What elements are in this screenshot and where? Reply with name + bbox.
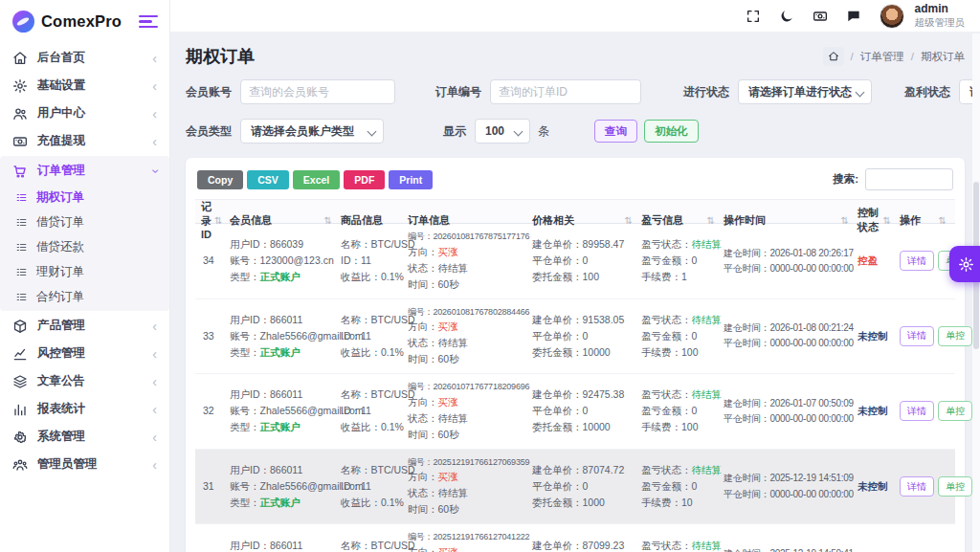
profit-info: 盈亏状态：待结算盈亏金额：0手续费：100	[641, 386, 724, 435]
chevron-icon: ‹	[152, 458, 157, 472]
sidebar-item-报表统计[interactable]: 报表统计‹	[0, 395, 169, 423]
member-info: 用户ID：866011账号：Zhale5566@gmail.com类型：正式账户	[230, 538, 341, 552]
member-info: 用户ID：866011账号：Zhale5566@gmail.com类型：正式账户	[230, 386, 341, 435]
topbar: admin 超级管理员	[170, 0, 980, 33]
user-block[interactable]: admin 超级管理员	[915, 2, 966, 29]
column-header-订单信息[interactable]: 订单信息	[408, 213, 532, 228]
logo-icon	[12, 11, 34, 33]
detail-button[interactable]: 详情	[900, 476, 934, 497]
breadcrumb-home-icon[interactable]	[823, 47, 844, 66]
sidebar-item-文章公告[interactable]: 文章公告‹	[0, 367, 169, 395]
sidebar-item-用户中心[interactable]: 用户中心‹	[0, 99, 169, 127]
sidebar-subitem-理财订单[interactable]: 理财订单	[0, 259, 169, 284]
table-toolbar: Copy CSV Excel PDF Print 搜索:	[195, 165, 955, 199]
progress-status-select[interactable]: 请选择订单进行状态	[738, 79, 872, 104]
column-header-商品信息[interactable]: 商品信息	[341, 213, 408, 228]
column-header-操作[interactable]: 操作⇅	[900, 213, 955, 228]
table-card: Copy CSV Excel PDF Print 搜索: 记录ID⇅会员信息⇅商…	[186, 158, 965, 552]
copy-button[interactable]: Copy	[197, 170, 243, 189]
list-icon	[15, 216, 28, 229]
order-info: 编号：202512191766127041222方向：买涨状态：待结算时间：60…	[408, 530, 532, 552]
csv-button[interactable]: CSV	[247, 170, 289, 189]
sidebar-toggle-icon[interactable]	[139, 15, 158, 29]
table-search-input[interactable]	[865, 168, 953, 190]
breadcrumb-option-orders[interactable]: 期权订单	[921, 50, 965, 64]
risk-icon	[12, 346, 28, 362]
sidebar-subitem-借贷订单[interactable]: 借贷订单	[0, 210, 169, 234]
sidebar: ComexPro 后台首页‹基础设置‹用户中心‹充值提现‹订单管理‹期权订单借贷…	[0, 0, 170, 552]
sort-icon: ⇅	[939, 215, 947, 226]
money-icon[interactable]	[813, 9, 828, 24]
print-button[interactable]: Print	[389, 170, 433, 189]
app-window: ComexPro 后台首页‹基础设置‹用户中心‹充值提现‹订单管理‹期权订单借贷…	[0, 0, 980, 552]
fullscreen-icon[interactable]	[746, 9, 761, 24]
admins-icon	[12, 457, 28, 473]
excel-button[interactable]: Excel	[293, 170, 340, 189]
username: admin	[915, 2, 966, 16]
control-status: 未控制	[858, 403, 900, 419]
record-id: 31	[195, 478, 230, 495]
sidebar-item-管理员管理[interactable]: 管理员管理‹	[0, 451, 169, 478]
column-header-控制状态[interactable]: 控制状态⇅	[858, 206, 900, 234]
time-info: 建仓时间：2026-01-08 20:26:17平仓时间：0000-00-00 …	[724, 246, 858, 276]
detail-button[interactable]: 详情	[900, 251, 934, 271]
column-header-价格相关[interactable]: 价格相关⇅	[532, 213, 641, 228]
member-account-input[interactable]	[240, 79, 395, 104]
order-id-label: 订单编号	[435, 84, 481, 100]
reports-icon	[12, 402, 28, 417]
sidebar-item-订单管理[interactable]: 订单管理‹	[0, 157, 169, 185]
sort-icon: ⇅	[625, 215, 633, 226]
sidebar-subitem-期权订单[interactable]: 期权订单	[0, 185, 169, 210]
detail-button[interactable]: 详情	[900, 326, 934, 346]
sidebar-subitem-合约订单[interactable]: 合约订单	[0, 284, 169, 309]
table-row: 33用户ID：866011账号：Zhale5566@gmail.com类型：正式…	[195, 299, 955, 375]
price-info: 建仓单价：87099.23平仓单价：0委托金额：1000	[532, 538, 641, 552]
query-button[interactable]: 查询	[594, 120, 637, 143]
table-row: 32用户ID：866011账号：Zhale5566@gmail.com类型：正式…	[195, 374, 955, 450]
row-actions: 详情单控	[900, 326, 955, 346]
detail-button[interactable]: 详情	[900, 401, 934, 421]
page-size-select[interactable]: 100	[475, 119, 530, 144]
message-icon[interactable]	[846, 9, 861, 24]
chevron-icon: ‹	[148, 168, 162, 173]
member-type-select[interactable]: 请选择会员账户类型	[240, 119, 384, 144]
sidebar-item-风控管理[interactable]: 风控管理‹	[0, 340, 169, 367]
reset-button[interactable]: 初始化	[644, 120, 699, 143]
profit-info: 盈亏状态：待结算盈亏金额：0手续费：10	[641, 538, 724, 552]
content: 期权订单 / 订单管理 / 期权订单 会员账号 订单编号 进行状态 请选择订	[170, 33, 980, 552]
settings-fab[interactable]	[949, 246, 980, 282]
breadcrumb-order-management[interactable]: 订单管理	[860, 50, 904, 64]
sort-icon: ⇅	[324, 215, 332, 226]
sidebar-item-基础设置[interactable]: 基础设置‹	[0, 72, 169, 99]
row-actions: 详情单控	[900, 476, 955, 497]
column-header-记录ID[interactable]: 记录ID⇅	[195, 200, 230, 240]
table-search-label: 搜索:	[833, 172, 858, 187]
price-info: 建仓单价：92475.38平仓单价：0委托金额：10000	[532, 386, 641, 435]
sidebar-item-产品管理[interactable]: 产品管理‹	[0, 312, 169, 340]
avatar[interactable]	[880, 4, 904, 29]
scrollbar[interactable]	[972, 33, 980, 552]
column-header-盈亏信息[interactable]: 盈亏信息⇅	[641, 213, 724, 228]
sidebar-item-后台首页[interactable]: 后台首页‹	[0, 44, 169, 72]
order-info: 编号：202601081767875177176方向：买涨状态：待结算时间：60…	[408, 230, 532, 293]
sidebar-item-充值提现[interactable]: 充值提现‹	[0, 127, 169, 155]
dark-mode-icon[interactable]	[779, 9, 794, 24]
single-control-button[interactable]: 单控	[938, 476, 972, 497]
profit-status-label: 盈利状态	[904, 84, 950, 100]
time-info: 建仓时间：2025-12-19 14:51:09平仓时间：0000-00-00 …	[724, 471, 858, 501]
record-id: 32	[195, 403, 230, 419]
profit-info: 盈亏状态：待结算盈亏金额：0手续费：1	[641, 236, 724, 285]
product-info: 名称：BTC/USDID：11收益比：0.1%	[341, 312, 408, 361]
sidebar-subitem-借贷还款[interactable]: 借贷还款	[0, 234, 169, 259]
order-id-input[interactable]	[490, 79, 641, 104]
column-header-操作时间[interactable]: 操作时间⇅	[724, 213, 858, 228]
table-row: 34用户ID：866039账号：123000@123.cn类型：正式账户名称：B…	[195, 224, 955, 299]
order-info: 编号：202601071767718209696方向：买涨状态：待结算时间：60…	[408, 380, 532, 443]
column-header-会员信息[interactable]: 会员信息⇅	[230, 213, 341, 228]
control-status: 控盈	[858, 253, 900, 269]
single-control-button[interactable]: 单控	[938, 326, 972, 346]
pdf-button[interactable]: PDF	[344, 170, 385, 189]
single-control-button[interactable]: 单控	[938, 401, 972, 421]
money-icon	[12, 134, 28, 149]
sidebar-item-系统管理[interactable]: 系统管理‹	[0, 423, 169, 451]
